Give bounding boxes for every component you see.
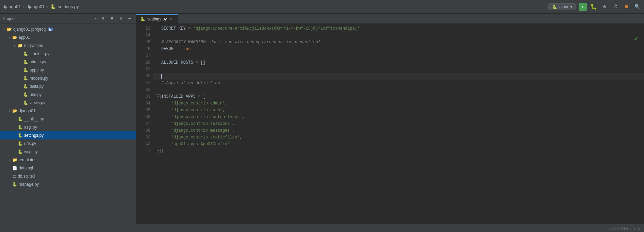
folder-open-icon: 📂 <box>12 109 17 113</box>
line-number-27: 27 <box>136 52 150 59</box>
run-config-python-icon: 🐍 <box>552 4 557 9</box>
tree-item-models[interactable]: 🐍models.py <box>0 74 136 82</box>
tree-item-label: migrations <box>24 43 43 48</box>
settings-button[interactable]: ⚙ <box>117 15 124 22</box>
stop-button[interactable]: ⏹ <box>622 3 630 11</box>
sql-file-icon: 📄 <box>12 166 17 170</box>
line-number-39: 39 <box>136 134 150 141</box>
tree-item-apps[interactable]: 🐍apps.py <box>0 66 136 74</box>
tree-item-django01_pkg[interactable]: ▾📂django01 <box>0 107 136 115</box>
tree-item-asgi[interactable]: 🐍asgi.py <box>0 123 136 131</box>
add-file-button[interactable]: ⊕ <box>100 15 106 22</box>
text-cursor <box>161 74 162 79</box>
py-file-icon: 🐍 <box>23 92 28 97</box>
tree-item-label: models.py <box>30 76 48 81</box>
tree-item-db_sqlite3[interactable]: 🗃db.sqlite3 <box>0 172 136 180</box>
tree-item-label: views.py <box>30 100 45 105</box>
code-line-39: 'django.contrib.staticfiles', <box>153 134 644 141</box>
token-op: = [ <box>196 93 205 100</box>
profile-button[interactable]: ⏱ <box>611 3 620 11</box>
tree-item-admin[interactable]: 🐍admin.py <box>0 58 136 66</box>
py-file-icon: 🐍 <box>18 149 23 154</box>
fold-button-33[interactable]: − <box>156 94 161 99</box>
py-file-icon: 🐍 <box>23 76 28 81</box>
checkmark-icon: ✓ <box>634 34 639 43</box>
tab-close-button[interactable]: ✕ <box>169 17 174 21</box>
line-number-24: 24 <box>136 32 150 39</box>
tree-item-django01_root[interactable]: ▾📂django01 [project]E <box>0 25 136 33</box>
tree-item-wsgi[interactable]: 🐍wsgi.py <box>0 148 136 156</box>
tree-item-tests[interactable]: 🐍tests.py <box>0 82 136 90</box>
token-indent <box>161 114 171 120</box>
tree-item-urls2[interactable]: 🐍urls.py <box>0 139 136 148</box>
code-line-31: # Application definition <box>153 80 644 86</box>
tree-item-label: __init__.py <box>24 117 44 121</box>
token-indent <box>161 141 171 148</box>
token-indent <box>161 100 171 107</box>
tree-item-settings[interactable]: 🐍settings.py <box>0 131 136 139</box>
tree-item-__init__1[interactable]: 🐍__init__.py <box>0 50 136 58</box>
code-line-26: DEBUG = True <box>153 46 644 52</box>
tree-item-manage[interactable]: 🐍manage.py <box>0 180 136 188</box>
token-op: , <box>240 134 242 141</box>
breadcrumb-sep-1: › <box>23 4 24 9</box>
tree-item-data_sql[interactable]: 📄data.sql <box>0 164 136 172</box>
py-file-icon: 🐍 <box>12 182 17 187</box>
sidebar-title: Project <box>3 16 93 21</box>
breadcrumb: django01 › django01 › 🐍 settings.py <box>3 4 79 9</box>
tree-item-templates[interactable]: ▸📁templates <box>0 156 136 164</box>
tree-item-label: manage.py <box>19 182 39 187</box>
coverage-button[interactable]: ☘ <box>600 3 609 11</box>
token-str: 'app01.apps.App01Config' <box>171 141 230 148</box>
tree-item-urls1[interactable]: 🐍urls.py <box>0 90 136 99</box>
project-dropdown-chevron: ▾ <box>95 16 97 21</box>
tree-item-label: apps.py <box>30 68 44 72</box>
code-content[interactable]: SECRET_KEY = 'django-insecure-erc1%wcj1l… <box>153 24 644 224</box>
debug-button[interactable]: 🐛 <box>590 3 598 11</box>
code-line-29 <box>153 66 644 73</box>
py-file-icon: 🐍 <box>23 100 28 105</box>
search-button[interactable]: 🔍 <box>633 3 641 11</box>
project-tree: ▾📂django01 [project]E▾📂app01▸📁migrations… <box>0 24 136 224</box>
tree-item-__init__2[interactable]: 🐍__init__.py <box>0 115 136 123</box>
code-line-27 <box>153 52 644 59</box>
token-var: ALLOWED_HOSTS <box>161 59 193 66</box>
py-file-icon: 🐍 <box>18 141 23 146</box>
close-sidebar-button[interactable]: — <box>126 15 133 22</box>
tree-item-label: admin.py <box>30 60 46 64</box>
folder-closed-icon: 📁 <box>12 158 17 162</box>
sidebar-toolbar: Project ▾ ⊕ ⊟ ⚙ — <box>0 14 136 24</box>
token-var: SECRET_KEY <box>161 25 186 32</box>
run-config-selector[interactable]: 🐍 main ▾ <box>548 3 576 10</box>
line-number-26: 26 <box>136 46 150 52</box>
tree-item-app01[interactable]: ▾📂app01 <box>0 33 136 42</box>
tree-item-label: django01 <box>19 109 35 113</box>
tree-item-migrations[interactable]: ▸📁migrations <box>0 42 136 50</box>
folder-arrow-icon: ▾ <box>1 28 7 31</box>
sqlite-file-icon: 🗃 <box>12 174 16 179</box>
tree-item-label: db.sqlite3 <box>18 174 35 179</box>
token-builtin: True <box>181 46 191 52</box>
collapse-all-button[interactable]: ⊟ <box>109 15 115 22</box>
line-number-40: 40 <box>136 141 150 148</box>
tree-item-views[interactable]: 🐍views.py <box>0 99 136 107</box>
status-bar: CSDN @fortunemz <box>0 224 644 232</box>
py-file-icon: 🐍 <box>18 117 23 121</box>
status-text: CSDN @fortunemz <box>609 226 641 230</box>
token-comment: # SECURITY WARNING: don't run with debug… <box>161 39 320 46</box>
main-content: Project ▾ ⊕ ⊟ ⚙ — ▾📂django01 [project]E▾… <box>0 14 644 224</box>
folder-closed-icon: 📁 <box>18 43 23 48</box>
token-indent <box>161 127 171 134</box>
run-button[interactable] <box>579 3 587 11</box>
tree-item-label: tests.py <box>30 84 44 89</box>
token-str: 'django.contrib.messages' <box>171 127 232 134</box>
fold-end-button-41[interactable]: + <box>156 149 161 153</box>
token-op: , <box>225 100 227 107</box>
sidebar: Project ▾ ⊕ ⊟ ⚙ — ▾📂django01 [project]E▾… <box>0 14 136 224</box>
line-numbers: 23242526272829303132333435363738394041 <box>136 24 153 224</box>
token-op: , <box>232 120 235 127</box>
tab-settings-py[interactable]: 🐍 settings.py ✕ <box>136 14 178 23</box>
code-line-34: 'django.contrib.admin', <box>153 100 644 107</box>
code-line-40: 'app01.apps.App01Config' <box>153 141 644 148</box>
folder-arrow-icon: ▸ <box>12 44 18 47</box>
